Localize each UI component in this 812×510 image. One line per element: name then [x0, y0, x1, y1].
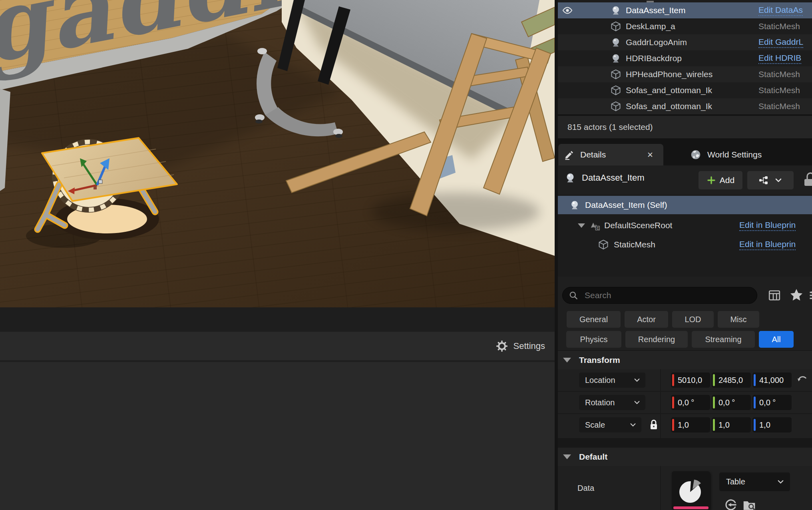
outliner-row-type: StaticMesh — [758, 66, 812, 82]
rotation-dropdown[interactable]: Rotation — [579, 395, 645, 410]
rotation-y-field[interactable]: 0,0 ° — [712, 395, 751, 410]
filter-physics[interactable]: Physics — [566, 331, 621, 348]
scale-row: Scale 1,0 1,0 1,0 — [558, 414, 812, 438]
scene-root-icon: C — [589, 220, 600, 231]
filter-streaming[interactable]: Streaming — [692, 331, 755, 348]
outliner-row-type-link[interactable]: Edit GaddrL — [758, 34, 812, 50]
component-row-scene-root[interactable]: C DefaultSceneRoot Edit in Blueprin — [558, 217, 812, 233]
scale-z-field[interactable]: 1,0 — [752, 417, 792, 432]
default-section-header[interactable]: Default — [558, 448, 812, 466]
rotation-row: Rotation 0,0 ° 0,0 ° 0,0 ° — [558, 392, 812, 413]
unreal-editor-screen: gaddr — [0, 0, 812, 510]
location-y-field[interactable]: 2485,0 — [712, 373, 751, 388]
rotation-x-field[interactable]: 0,0 ° — [671, 395, 710, 410]
use-selected-asset-icon[interactable] — [724, 498, 738, 510]
hierarchy-icon — [758, 175, 770, 185]
outliner-row[interactable]: Sofas_and_ottoman_Ik StaticMesh — [558, 98, 812, 114]
transform-section-label: Transform — [579, 355, 620, 365]
details-pencil-icon — [564, 149, 575, 160]
eye-icon[interactable] — [561, 5, 573, 16]
section-gap — [558, 438, 812, 448]
filter-rendering[interactable]: Rendering — [625, 331, 688, 348]
blueprint-actor-icon — [569, 199, 580, 211]
favorites-star-icon[interactable] — [789, 287, 804, 303]
right-dock-panel: DataAsset_Item Edit DataAs DeskLamp_a St… — [558, 0, 812, 510]
scale-lock-icon[interactable] — [649, 418, 659, 431]
tab-details-label: Details — [580, 150, 606, 159]
outliner-row[interactable]: HDRIBackdrop Edit HDRIB — [558, 50, 812, 66]
content-browser-body[interactable] — [0, 362, 555, 510]
collapse-arrow-icon — [563, 454, 571, 459]
data-asset-thumbnail[interactable] — [672, 471, 710, 510]
chevron-down-icon — [777, 478, 784, 486]
scale-x-field[interactable]: 1,0 — [671, 417, 710, 432]
add-component-button[interactable]: Add — [699, 171, 742, 189]
gear-icon[interactable] — [496, 340, 508, 353]
scale-dropdown[interactable]: Scale — [579, 417, 641, 432]
component-label: DataAsset_Item (Self) — [585, 196, 667, 214]
data-asset-dropdown[interactable]: Table — [719, 472, 790, 491]
outliner-row-type-link[interactable]: Edit DataAs — [758, 2, 812, 18]
filter-misc[interactable]: Misc — [718, 311, 759, 328]
globe-icon — [690, 149, 702, 161]
outliner-status-bar: 815 actors (1 selected) — [558, 116, 812, 138]
outliner-row[interactable]: Sofas_and_ottoman_Ik StaticMesh — [558, 82, 812, 98]
edit-in-blueprint-link[interactable]: Edit in Blueprin — [739, 217, 812, 233]
selected-actor-name: DataAsset_Item — [582, 165, 645, 190]
lock-icon[interactable] — [802, 171, 812, 189]
chevron-down-icon — [629, 421, 637, 428]
component-row-self[interactable]: DataAsset_Item (Self) — [558, 196, 812, 214]
settings-sliders-icon[interactable] — [808, 288, 812, 303]
display-grid-icon[interactable] — [767, 288, 782, 303]
outliner-row[interactable]: GaddrLogoAnim Edit GaddrL — [558, 34, 812, 50]
filter-lod[interactable]: LOD — [672, 311, 714, 328]
default-section-label: Default — [579, 452, 607, 462]
blueprint-hierarchy-button[interactable] — [747, 171, 794, 189]
blueprint-actor-icon — [564, 172, 576, 184]
static-mesh-icon — [610, 85, 621, 96]
static-mesh-icon — [610, 21, 621, 32]
outliner-row[interactable]: DeskLamp_a StaticMesh — [558, 18, 812, 34]
filter-all[interactable]: All — [759, 331, 794, 348]
search-row — [558, 280, 812, 310]
search-input[interactable] — [584, 290, 736, 301]
data-asset-value: Table — [726, 477, 745, 486]
ladder-shadow — [372, 193, 539, 231]
panel-splitter[interactable] — [555, 0, 558, 510]
world-outliner: DataAsset_Item Edit DataAs DeskLamp_a St… — [558, 0, 812, 114]
details-header: DataAsset_Item Add — [558, 165, 812, 194]
outliner-row-type: StaticMesh — [758, 18, 812, 34]
blueprint-actor-icon — [610, 37, 621, 48]
search-icon — [568, 290, 579, 301]
component-label: DefaultSceneRoot — [604, 217, 672, 233]
location-dropdown[interactable]: Location — [579, 373, 645, 388]
edit-in-blueprint-link[interactable]: Edit in Blueprin — [739, 237, 812, 253]
outliner-row-label: DeskLamp_a — [626, 18, 675, 34]
tab-world-settings[interactable]: World Settings — [690, 144, 810, 165]
chevron-down-icon — [633, 399, 641, 406]
component-tree: DataAsset_Item (Self) C DefaultSceneRoot… — [558, 194, 812, 277]
close-icon[interactable]: ✕ — [647, 150, 653, 159]
search-box[interactable] — [562, 287, 757, 304]
filter-general[interactable]: General — [567, 311, 621, 328]
viewport-3d[interactable]: gaddr — [0, 0, 555, 307]
settings-button[interactable]: Settings — [513, 341, 545, 351]
collapse-arrow-icon — [563, 358, 571, 363]
tab-details[interactable]: Details ✕ — [558, 144, 663, 165]
filter-actor[interactable]: Actor — [625, 311, 668, 328]
chevron-down-icon — [774, 176, 782, 184]
scale-y-field[interactable]: 1,0 — [712, 417, 751, 432]
outliner-row-label: DataAsset_Item — [626, 2, 685, 18]
outliner-row[interactable]: HPHeadPhone_wireles StaticMesh — [558, 66, 812, 82]
outliner-row-type-link[interactable]: Edit HDRIB — [758, 50, 812, 66]
outliner-row[interactable]: DataAsset_Item Edit DataAs — [558, 2, 812, 18]
browse-to-asset-icon[interactable] — [742, 497, 757, 510]
location-x-field[interactable]: 5010,0 — [671, 373, 710, 388]
expand-arrow-icon[interactable] — [578, 223, 585, 228]
static-mesh-icon — [598, 239, 609, 250]
component-row-static-mesh[interactable]: StaticMesh Edit in Blueprin — [558, 237, 812, 253]
reset-to-default-icon[interactable] — [796, 375, 808, 386]
transform-section-header[interactable]: Transform — [558, 351, 812, 369]
location-z-field[interactable]: 41,000 — [752, 373, 792, 388]
rotation-z-field[interactable]: 0,0 ° — [752, 395, 792, 410]
